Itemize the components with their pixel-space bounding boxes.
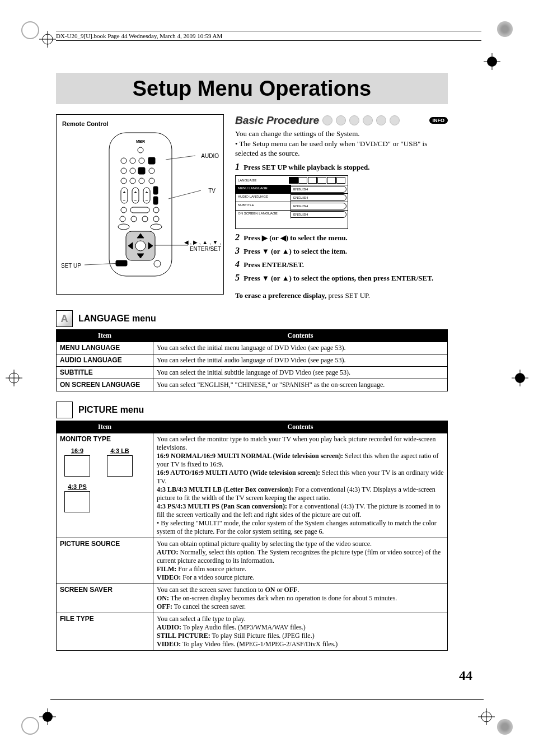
svg-text:−: −: [146, 198, 148, 203]
svg-text:+: +: [123, 190, 126, 195]
osd-preview: LANGUAGE MENU LANGUAGEENGLISH AUDIO LANG…: [235, 175, 348, 229]
tv-169-icon: [64, 455, 90, 477]
svg-point-44: [121, 207, 127, 213]
svg-point-32: [149, 178, 154, 184]
svg-point-23: [139, 158, 144, 164]
intro-text: You can change the settings of the Syste…: [235, 129, 448, 158]
table-row: SUBTITLEYou can select the initial subti…: [57, 367, 448, 379]
osd-key: SUBTITLE: [236, 202, 291, 210]
osd-val: ENGLISH: [291, 203, 346, 209]
down-arrow-icon: ▼: [262, 274, 269, 282]
osd-key: AUDIO LANGUAGE: [236, 194, 291, 202]
corner-ring-icon: [21, 717, 39, 735]
step-number: 5: [235, 273, 240, 282]
item-label: PICTURE SOURCE: [57, 538, 153, 584]
heading-text: LANGUAGE menu: [78, 314, 156, 324]
remote-label-audio: AUDIO: [201, 153, 219, 159]
table-header: Item: [57, 421, 153, 433]
crop-mark-icon: [478, 708, 495, 725]
corner-ring-icon: [21, 21, 39, 39]
remote-label-setup: SET UP: [61, 263, 81, 269]
left-arrow-icon: ◀: [280, 234, 286, 242]
intro-line: The Setup menu can be used only when "DV…: [235, 139, 448, 158]
language-menu-heading: A LANGUAGE menu: [56, 310, 448, 327]
svg-point-46: [153, 207, 159, 213]
svg-point-30: [130, 178, 135, 184]
crop-mark-icon: [39, 31, 56, 48]
step-5: 5 Press ▼ (or ▲) to select the options, …: [235, 273, 448, 283]
step-text: Press ENTER/SET.: [243, 260, 304, 269]
up-arrow-icon: ▲: [282, 247, 289, 255]
heading-text: PICTURE menu: [78, 405, 144, 415]
crop-mark-icon: [512, 370, 528, 386]
svg-point-31: [139, 178, 144, 184]
menu-chip-icon: [56, 402, 73, 418]
table-row: MONITOR TYPE 16:9 4:3 LB 4:3 PS You can …: [57, 433, 448, 538]
crop-mark-icon: [39, 708, 56, 725]
right-arrow-icon: ▶: [262, 234, 268, 242]
disc-icon: [363, 115, 373, 125]
disc-icon: [322, 115, 332, 125]
osd-val: ENGLISH: [291, 186, 346, 193]
remote-control-panel: Remote Control MBR +: [56, 114, 224, 295]
remote-title: Remote Control: [62, 120, 109, 127]
osd-key: MENU LANGUAGE: [236, 185, 291, 193]
remote-label-arrows: ◀ , ▶ , ▲ , ▼ ,: [184, 239, 221, 245]
item-label: MONITOR TYPE: [60, 435, 111, 443]
svg-point-25: [121, 168, 127, 174]
remote-label-enter: ENTER/SET: [190, 246, 221, 252]
page: DX-U20_9[U].book Page 44 Wednesday, Marc…: [0, 0, 534, 756]
osd-val: ENGLISH: [291, 194, 346, 201]
svg-text:+: +: [134, 190, 137, 195]
tv-43ps-icon: [64, 491, 90, 512]
step-number: 2: [235, 232, 240, 242]
corner-ring-icon: [497, 719, 513, 735]
step-text: Press SET UP while playback is stopped.: [243, 163, 369, 171]
remote-label-tv: TV: [208, 188, 216, 194]
table-row: PICTURE SOURCE You can obtain optimal pi…: [57, 538, 448, 584]
step-3: 3 Press ▼ (or ▲) to select the item.: [235, 246, 448, 256]
svg-rect-59: [116, 260, 127, 266]
table-row: MENU LANGUAGEYou can select the initial …: [57, 342, 448, 354]
svg-rect-24: [148, 157, 155, 164]
svg-point-47: [120, 216, 125, 222]
step-number: 3: [235, 246, 240, 255]
svg-point-60: [154, 260, 161, 267]
svg-point-29: [121, 178, 127, 184]
tv-43lb-icon: [107, 455, 133, 477]
info-pill: INFO: [429, 117, 448, 124]
osd-key: ON SCREEN LANGUAGE: [236, 211, 291, 218]
basic-procedure-heading: Basic Procedure INFO: [235, 114, 448, 127]
table-row: SCREEN SAVER You can set the screen save…: [57, 584, 448, 613]
svg-point-22: [130, 158, 135, 164]
step-4: 4 Press ENTER/SET.: [235, 259, 448, 269]
svg-rect-45: [130, 207, 149, 213]
down-arrow-icon: ▼: [262, 247, 269, 255]
svg-rect-36: [153, 186, 158, 194]
disc-icon: [390, 115, 400, 125]
svg-text:+: +: [146, 190, 148, 195]
picture-menu-table: Item Contents MONITOR TYPE 16:9 4:3 LB 4…: [56, 421, 448, 651]
step-1: 1 Press SET UP while playback is stopped…: [235, 162, 448, 172]
svg-point-48: [131, 216, 137, 222]
table-row: FILE TYPE You can select a file type to …: [57, 613, 448, 651]
osd-title: LANGUAGE: [238, 179, 256, 182]
step-number: 4: [235, 259, 240, 269]
erase-note: To erase a preference display, press SET…: [235, 291, 448, 301]
language-menu-table: Item Contents MENU LANGUAGEYou can selec…: [56, 329, 448, 391]
svg-rect-37: [153, 197, 158, 204]
picture-menu-heading: PICTURE menu: [56, 402, 448, 418]
book-header: DX-U20_9[U].book Page 44 Wednesday, Marc…: [56, 31, 481, 41]
svg-point-49: [142, 216, 148, 222]
footer-rule: [50, 699, 484, 700]
item-label: SCREEN SAVER: [57, 584, 153, 613]
table-header: Contents: [153, 421, 448, 433]
table-header: Item: [57, 330, 153, 342]
disc-icon: [336, 115, 346, 125]
table-row: AUDIO LANGUAGEYou can select the initial…: [57, 354, 448, 367]
disc-icon: [376, 115, 386, 125]
intro-line: You can change the settings of the Syste…: [235, 129, 448, 139]
corner-ring-icon: [497, 21, 513, 37]
heading-text: Basic Procedure: [235, 114, 319, 127]
up-arrow-icon: ▲: [282, 274, 289, 282]
